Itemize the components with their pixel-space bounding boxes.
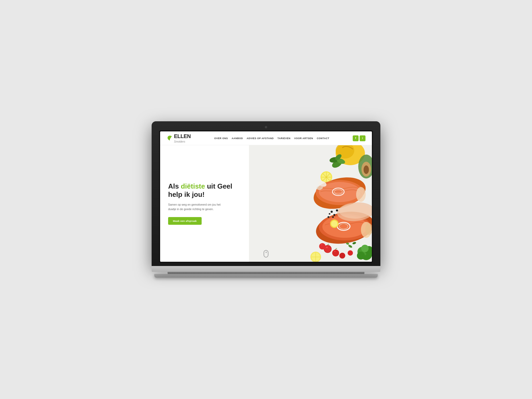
scroll-dot [266, 252, 267, 253]
cta-button[interactable]: Maak een afspraak [168, 217, 202, 225]
laptop-hinge [168, 272, 364, 274]
svg-point-44 [339, 253, 345, 259]
svg-point-46 [331, 211, 333, 213]
svg-point-25 [356, 187, 366, 202]
hero-title-prefix: Als [168, 182, 181, 190]
hero-title-highlight: diëtiste [181, 182, 205, 190]
hero-title: Als diëtiste uit Geel help ik jou! [168, 182, 241, 199]
svg-point-41 [334, 251, 336, 252]
food-background [249, 145, 372, 262]
laptop-body: ELLEN Smolders OVER ONS AANBOD ADVIES OP… [152, 121, 380, 266]
screen-bezel: ELLEN Smolders OVER ONS AANBOD ADVIES OP… [159, 130, 373, 263]
nav-tarieven[interactable]: TARIEVEN [277, 137, 290, 140]
logo-text-wrapper: ELLEN Smolders [174, 133, 191, 143]
logo-name: ELLEN [174, 133, 191, 139]
website-container: ELLEN Smolders OVER ONS AANBOD ADVIES OP… [160, 131, 372, 262]
site-header: ELLEN Smolders OVER ONS AANBOD ADVIES OP… [160, 131, 372, 145]
nav-artsen[interactable]: VOOR ARTSEN [294, 137, 313, 140]
food-illustration [249, 145, 372, 262]
laptop-camera [265, 126, 267, 128]
instagram-button[interactable]: i [360, 135, 365, 141]
laptop-device: ELLEN Smolders OVER ONS AANBOD ADVIES OP… [152, 121, 380, 278]
nav-advies[interactable]: ADVIES OP AFSTAND [247, 137, 274, 140]
svg-point-40 [332, 250, 339, 256]
logo-area: ELLEN Smolders [167, 133, 191, 143]
facebook-button[interactable]: f [353, 135, 359, 141]
hero-image-area [249, 145, 372, 262]
hero-section: Als diëtiste uit Geel help ik jou! Samen… [160, 145, 372, 262]
laptop-screen: ELLEN Smolders OVER ONS AANBOD ADVIES OP… [160, 131, 372, 262]
svg-point-47 [334, 214, 335, 216]
svg-point-5 [364, 165, 369, 174]
svg-point-39 [326, 247, 328, 248]
scroll-indicator [264, 250, 268, 257]
svg-point-56 [357, 252, 365, 260]
nav-over-ons[interactable]: OVER ONS [214, 137, 228, 140]
svg-point-55 [361, 245, 369, 252]
nav-contact[interactable]: CONTACT [317, 137, 329, 140]
hero-title-line2: help ik jou! [168, 190, 205, 198]
svg-point-50 [332, 216, 334, 218]
svg-point-42 [319, 243, 326, 250]
svg-point-49 [336, 209, 338, 211]
camera-bar [159, 126, 373, 128]
social-icons-area: f i [353, 135, 365, 141]
hero-content: Als diëtiste uit Geel help ik jou! Samen… [160, 145, 249, 262]
svg-point-43 [321, 244, 322, 246]
logo-subtitle: Smolders [174, 140, 191, 143]
leaf-icon [167, 135, 173, 142]
svg-point-48 [329, 213, 330, 215]
svg-point-36 [339, 204, 371, 219]
hero-subtitle: Samen op weg en gemotiveerd om jou het d… [168, 202, 227, 211]
svg-point-32 [331, 221, 338, 227]
laptop-bottom [154, 274, 378, 278]
laptop-base [152, 266, 380, 272]
svg-point-45 [348, 250, 353, 256]
main-nav: OVER ONS AANBOD ADVIES OP AFSTAND TARIEV… [214, 137, 329, 140]
hero-title-suffix: uit Geel [205, 182, 232, 190]
svg-point-51 [328, 216, 330, 218]
nav-aanbod[interactable]: AANBOD [232, 137, 243, 140]
